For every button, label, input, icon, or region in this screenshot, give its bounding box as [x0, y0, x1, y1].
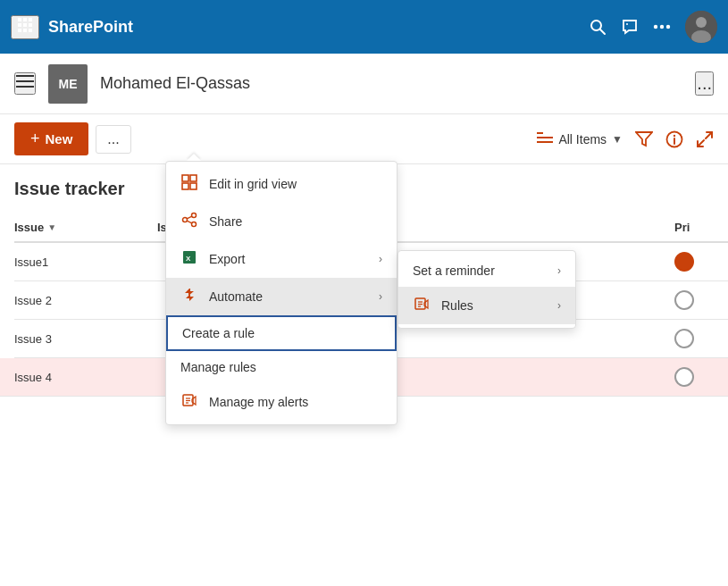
svg-line-28 [698, 140, 704, 146]
svg-rect-7 [23, 29, 27, 32]
menu-item-edit-grid-view[interactable]: Edit in grid view [166, 165, 397, 203]
svg-line-27 [706, 132, 712, 138]
cell-priority-1 [674, 252, 728, 272]
alerts-icon [180, 392, 198, 412]
more-nav-button[interactable] [653, 24, 671, 29]
svg-line-36 [187, 216, 192, 219]
svg-line-10 [600, 29, 605, 34]
svg-rect-0 [18, 18, 21, 21]
cell-priority-2 [674, 290, 728, 310]
menu-item-automate[interactable]: Automate › [166, 278, 397, 315]
set-reminder-label: Set a reminder [413, 264, 547, 278]
rules-chevron-icon: › [557, 299, 561, 312]
sub-avatar: ME [48, 64, 88, 104]
toolbar: + New ... All Items ▼ [0, 114, 728, 164]
svg-rect-31 [182, 183, 188, 189]
brand-name: SharePoint [48, 18, 580, 37]
new-button[interactable]: + New [14, 122, 88, 155]
export-chevron-icon: › [379, 253, 382, 265]
grid-icon [180, 174, 198, 194]
view-selector[interactable]: All Items ▼ [537, 131, 623, 146]
submenu-container: Set a reminder › Rules [397, 250, 576, 329]
cell-issue-3: Issue 3 [14, 332, 157, 346]
sub-more-button[interactable]: ... [695, 71, 714, 96]
priority-circle-3 [674, 329, 694, 348]
svg-rect-32 [190, 183, 197, 189]
svg-point-12 [654, 25, 657, 29]
cell-issue-1: Issue1 [14, 255, 157, 269]
nav-right [589, 11, 717, 43]
automate-chevron-icon: › [379, 290, 382, 303]
svg-rect-8 [29, 29, 32, 32]
app-grid-icon[interactable] [11, 15, 39, 39]
cell-issue-4: Issue 4 [14, 371, 157, 384]
menu-item-share[interactable]: Share [166, 203, 397, 240]
col-header-priority: Pri [674, 221, 728, 234]
cell-priority-4 [674, 367, 728, 387]
cell-issue-2: Issue 2 [14, 294, 157, 307]
share-label: Share [209, 214, 382, 229]
toolbar-more-button[interactable]: ... [96, 125, 130, 154]
info-button[interactable] [665, 130, 683, 148]
filter-button[interactable] [635, 131, 653, 147]
priority-circle-2 [674, 290, 694, 310]
submenu-item-set-reminder[interactable]: Set a reminder › [398, 255, 575, 287]
top-nav: SharePoint [0, 0, 728, 54]
svg-point-13 [660, 25, 664, 29]
rules-icon [413, 296, 431, 315]
svg-rect-1 [23, 18, 27, 21]
toolbar-right: All Items ▼ [537, 130, 714, 148]
view-chevron-icon: ▼ [612, 133, 623, 146]
menu-item-create-rule[interactable]: Create a rule [166, 315, 397, 351]
rules-label: Rules [441, 298, 547, 313]
create-rule-label: Create a rule [182, 326, 381, 340]
share-icon [180, 212, 198, 231]
svg-line-37 [187, 221, 192, 223]
svg-point-14 [666, 25, 670, 29]
priority-circle-4 [674, 367, 694, 387]
search-button[interactable] [589, 18, 607, 36]
svg-point-35 [183, 218, 188, 222]
col-header-issue[interactable]: Issue ▼ [14, 221, 157, 234]
manage-alerts-label: Manage my alerts [209, 395, 382, 409]
cell-priority-3 [674, 329, 728, 348]
expand-button[interactable] [696, 130, 714, 148]
submenu-item-rules[interactable]: Rules › [398, 287, 575, 324]
hamburger-button[interactable] [14, 72, 36, 95]
view-label: All Items [558, 132, 607, 146]
feedback-button[interactable] [621, 18, 639, 36]
menu-item-manage-alerts[interactable]: Manage my alerts [166, 383, 397, 421]
svg-point-16 [696, 17, 707, 28]
automate-icon [180, 287, 198, 306]
manage-rules-label: Manage rules [180, 360, 382, 374]
dropdown-menu: Edit in grid view Share [165, 161, 397, 425]
svg-rect-3 [18, 23, 21, 27]
svg-point-34 [192, 222, 197, 227]
excel-icon: X [180, 249, 198, 269]
sub-header: ME Mohamed El-Qassas ... [0, 54, 728, 114]
svg-point-26 [674, 134, 675, 136]
svg-text:X: X [186, 255, 191, 263]
menu-item-manage-rules[interactable]: Manage rules [166, 351, 397, 383]
svg-rect-2 [29, 18, 32, 21]
user-avatar[interactable] [685, 11, 717, 43]
svg-rect-30 [190, 175, 197, 181]
automate-label: Automate [209, 289, 368, 304]
dropdown-caret [187, 154, 201, 161]
svg-rect-29 [182, 175, 188, 181]
priority-circle-1 [674, 252, 694, 272]
col-sort-icon: ▼ [47, 222, 56, 232]
export-label: Export [209, 252, 368, 266]
user-name-label: Mohamed El-Qassas [100, 74, 682, 93]
view-selector-icon [537, 131, 553, 146]
plus-icon: + [30, 130, 40, 148]
svg-point-33 [192, 213, 197, 218]
dropdown-container: Edit in grid view Share [165, 161, 397, 425]
svg-rect-5 [29, 23, 32, 27]
menu-item-export[interactable]: X Export › [166, 240, 397, 278]
edit-grid-view-label: Edit in grid view [209, 177, 382, 191]
svg-rect-4 [23, 23, 27, 27]
svg-rect-6 [18, 29, 21, 32]
set-reminder-chevron-icon: › [557, 264, 561, 277]
submenu: Set a reminder › Rules [397, 250, 576, 329]
